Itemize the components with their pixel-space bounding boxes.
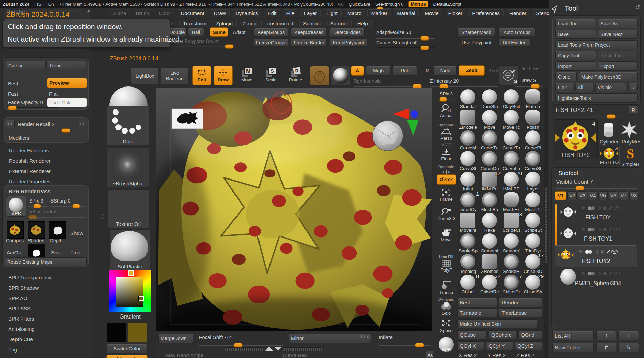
menu-material[interactable]: Material (393, 9, 419, 17)
menu-subtool-2[interactable]: Subtool (326, 20, 352, 27)
menu-file[interactable]: File (283, 9, 298, 17)
default-zscript-button[interactable]: DefaultZScript (433, 2, 461, 7)
panel-divider-handle[interactable]: ◂▸ (102, 213, 105, 223)
goz-button[interactable]: GoZ (555, 83, 573, 92)
z-intensity-slider[interactable]: Z Intensity 20 (430, 78, 459, 84)
tray-handle-right[interactable] (284, 347, 323, 351)
cylinder-tool-thumb[interactable] (599, 120, 618, 139)
gradient-label[interactable]: Gradient (109, 314, 151, 320)
grid-item[interactable]: MeshBa (479, 192, 501, 212)
zsub-button[interactable]: Zsub (459, 65, 485, 76)
curves-strength-slider[interactable]: Curves Strength 50 (376, 40, 418, 45)
bpr-sss-item[interactable]: BPR SSS (8, 305, 31, 311)
grid-item[interactable]: ZRemes (479, 253, 501, 274)
edit-button[interactable]: Edit (192, 66, 211, 85)
rgb-button[interactable]: Rgb (393, 66, 417, 76)
grid-item[interactable]: TrimDyr (522, 233, 544, 253)
curves-strength-nub[interactable] (420, 46, 429, 50)
grid-item[interactable]: Smooth' (501, 233, 522, 253)
mergedown-button[interactable]: MergeDown (158, 334, 193, 343)
grid-item[interactable]: ScribeSt (522, 212, 544, 233)
render-now-button[interactable]: Render (499, 298, 542, 307)
bpr-renderpass-header[interactable]: BPR RenderPass (9, 188, 51, 194)
menu-zscript[interactable]: Zscript (239, 20, 262, 27)
zcut-button[interactable]: Zcut (489, 68, 498, 73)
qgrid-button[interactable]: QGrid (518, 330, 542, 339)
grid-item[interactable]: 8Chisel (457, 274, 479, 295)
canvas-viewport[interactable] (156, 88, 432, 331)
color-picker-inner[interactable] (116, 277, 143, 307)
mirror-xyz-flags[interactable]: X Y Z (360, 335, 369, 338)
freezegroups-button[interactable]: FreezeGroups (254, 38, 288, 47)
grid-item[interactable]: CurveSt (457, 150, 479, 171)
grid-item[interactable]: MeshPr (522, 192, 544, 212)
amoc-pass[interactable]: AmOc (7, 250, 21, 255)
bpr-ao-item[interactable]: BPR AO (8, 295, 27, 301)
detectedges-button[interactable]: DetectEdges (330, 28, 365, 36)
usepolypaint-button[interactable]: Use Polypaint (460, 38, 493, 47)
keeppolypaint-button[interactable]: KeepPolypaint (330, 38, 367, 47)
grid-item[interactable]: 32ChiselRe (479, 274, 501, 295)
grid-item[interactable]: CurveM (457, 130, 479, 150)
grid-item[interactable]: SmoothI (479, 233, 501, 253)
spix-strip-slider[interactable]: SPix 3 (436, 91, 457, 96)
inflate-slider[interactable]: Inflate (379, 334, 393, 340)
compos-pass-thumb[interactable] (7, 221, 24, 239)
sharpenmask-button[interactable]: SharpenMask (457, 28, 495, 36)
qcylx-button[interactable]: QCyl X (457, 341, 484, 350)
floor-pass[interactable]: Floor (70, 250, 82, 255)
xres-slider[interactable]: X Res 2 (459, 352, 477, 358)
grid-item[interactable]: MeshEx (501, 192, 522, 212)
grid-item[interactable]: CurveLa (501, 150, 522, 171)
tray-expand-icon[interactable] (265, 347, 273, 351)
bpr-transparency-item[interactable]: BPR Transparency (8, 275, 51, 280)
del-low-button[interactable]: Del Low (520, 66, 538, 71)
rotate-button[interactable]: R Rotate (286, 67, 306, 82)
alpha-thumb[interactable]: ~BrushAlpha (106, 148, 149, 187)
grid-item[interactable]: 17ChiselCr (501, 274, 522, 295)
vblur-nub[interactable] (28, 215, 37, 219)
render-recall-slider[interactable]: Render Recall 21 (18, 121, 57, 127)
texture-thumb[interactable]: Texture Off (108, 189, 149, 228)
new-folder-button[interactable]: New Folder (552, 343, 594, 352)
grid-item[interactable]: Layer (522, 171, 544, 192)
goz-visible-button[interactable]: Visible (595, 83, 626, 92)
modifiers-item[interactable]: Modifiers (9, 135, 30, 141)
subtool-row-selected[interactable]: FISH TOY2 (555, 245, 637, 267)
keepcreases-button[interactable]: KeepCreases (291, 28, 327, 36)
grid-item[interactable]: Flatten (522, 89, 544, 109)
grid-item-selected[interactable]: DamSta (479, 89, 501, 109)
grid-item[interactable]: Move (479, 109, 501, 130)
load-tool-button[interactable]: Load Tool (555, 19, 596, 28)
subtool-movein-button[interactable]: ↳ (618, 343, 639, 352)
see-through-slider[interactable]: See-through 0 (375, 2, 403, 7)
inflate-nub[interactable] (415, 343, 424, 347)
subtool-row-icons[interactable] (579, 270, 621, 276)
ssharp-nub[interactable] (72, 204, 80, 208)
recall-prev-button[interactable]: << (5, 120, 15, 128)
delhidden-button[interactable]: Del Hidden (498, 38, 531, 47)
grid-item[interactable]: 8ScribeCl (501, 212, 522, 233)
fast-button[interactable]: Fast (8, 91, 18, 97)
adaptivesize-slider[interactable]: AdaptiveSize 50 (376, 30, 411, 35)
depth-pass-thumb[interactable] (49, 221, 66, 239)
floor-button[interactable]: Floor (436, 148, 457, 161)
autogroups-button[interactable]: Auto Groups (498, 28, 536, 36)
secondary-color-swatch[interactable] (128, 323, 147, 343)
draw-size-button[interactable]: S (499, 65, 519, 85)
grid-item[interactable]: Inflat (457, 171, 479, 192)
fade-color-button[interactable]: Fade Color (47, 98, 87, 107)
grid-item[interactable]: CurveSt (522, 150, 544, 171)
mirror-button[interactable]: Mirror X Y Z (289, 334, 371, 343)
grid-item[interactable]: Move Tc (501, 109, 522, 130)
save-as-button[interactable]: Save As (598, 19, 638, 28)
draw-s-nub[interactable] (531, 84, 540, 89)
subtool-moveout-button[interactable]: ↱ (596, 343, 616, 352)
goz-all-button[interactable]: All (575, 83, 593, 92)
ssharp-slider[interactable]: SSharp 0 (50, 198, 70, 204)
a-button[interactable]: A (351, 66, 364, 76)
subtool-row-icons[interactable] (579, 226, 621, 232)
load-tools-from-project-button[interactable]: Load Tools From Project (555, 40, 638, 49)
menu-subtool-1[interactable]: Subtool (299, 20, 324, 27)
spix-strip-nub[interactable] (439, 97, 447, 102)
